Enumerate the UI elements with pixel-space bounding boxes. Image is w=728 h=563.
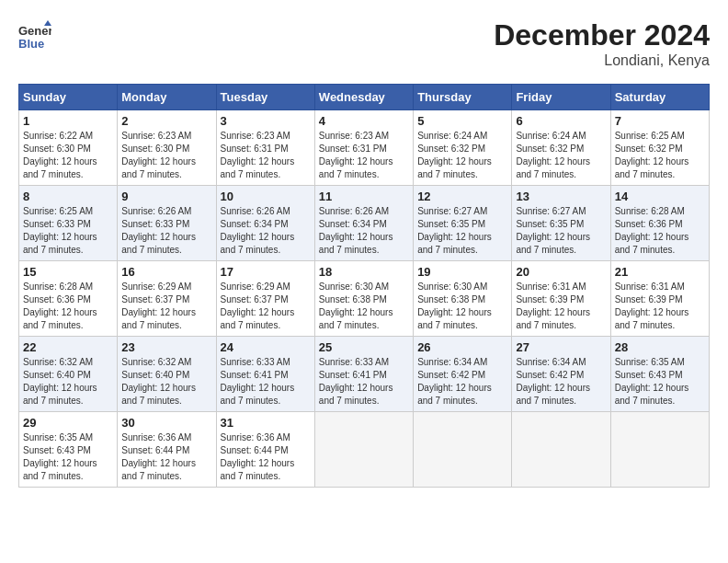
day-number: 16 — [121, 265, 211, 279]
month-year-title: December 2024 — [494, 18, 710, 52]
day-number: 30 — [121, 416, 211, 430]
location-subtitle: Londiani, Kenya — [494, 52, 710, 69]
calendar-cell: 31Sunrise: 6:36 AMSunset: 6:44 PMDayligh… — [216, 412, 314, 488]
day-number: 28 — [615, 340, 705, 354]
day-info: Sunrise: 6:33 AMSunset: 6:41 PMDaylight:… — [319, 356, 409, 408]
header-tuesday: Tuesday — [216, 85, 314, 110]
calendar-table: SundayMondayTuesdayWednesdayThursdayFrid… — [18, 84, 710, 488]
day-number: 15 — [23, 265, 113, 279]
calendar-cell — [314, 412, 413, 488]
day-info: Sunrise: 6:35 AMSunset: 6:43 PMDaylight:… — [615, 356, 705, 408]
day-info: Sunrise: 6:27 AMSunset: 6:35 PMDaylight:… — [516, 205, 606, 257]
calendar-cell: 13Sunrise: 6:27 AMSunset: 6:35 PMDayligh… — [512, 186, 610, 261]
calendar-week-3: 15Sunrise: 6:28 AMSunset: 6:36 PMDayligh… — [19, 261, 710, 337]
day-number: 19 — [417, 265, 507, 279]
logo-icon: General Blue — [18, 18, 51, 52]
calendar-cell: 27Sunrise: 6:34 AMSunset: 6:42 PMDayligh… — [512, 337, 610, 412]
day-info: Sunrise: 6:25 AMSunset: 6:33 PMDaylight:… — [23, 205, 113, 257]
day-info: Sunrise: 6:23 AMSunset: 6:31 PMDaylight:… — [221, 130, 311, 181]
day-info: Sunrise: 6:34 AMSunset: 6:42 PMDaylight:… — [516, 356, 606, 408]
day-number: 9 — [121, 190, 211, 203]
day-number: 4 — [319, 114, 409, 128]
day-number: 27 — [516, 340, 606, 354]
calendar-cell: 30Sunrise: 6:36 AMSunset: 6:44 PMDayligh… — [118, 412, 216, 488]
day-number: 26 — [417, 340, 507, 354]
calendar-cell: 5Sunrise: 6:24 AMSunset: 6:32 PMDaylight… — [414, 110, 512, 186]
calendar-cell: 1Sunrise: 6:22 AMSunset: 6:30 PMDaylight… — [19, 110, 118, 186]
title-block: December 2024 Londiani, Kenya — [494, 18, 710, 69]
day-info: Sunrise: 6:36 AMSunset: 6:44 PMDaylight:… — [221, 431, 311, 483]
calendar-cell: 26Sunrise: 6:34 AMSunset: 6:42 PMDayligh… — [414, 337, 512, 412]
day-number: 29 — [23, 416, 113, 430]
day-number: 22 — [23, 340, 113, 354]
day-number: 14 — [615, 190, 705, 203]
day-number: 11 — [319, 190, 409, 203]
day-number: 17 — [221, 265, 311, 279]
day-info: Sunrise: 6:32 AMSunset: 6:40 PMDaylight:… — [23, 356, 113, 408]
header-friday: Friday — [512, 85, 610, 110]
day-info: Sunrise: 6:29 AMSunset: 6:37 PMDaylight:… — [121, 281, 211, 332]
calendar-cell: 24Sunrise: 6:33 AMSunset: 6:41 PMDayligh… — [216, 337, 314, 412]
header-thursday: Thursday — [414, 85, 512, 110]
calendar-cell: 14Sunrise: 6:28 AMSunset: 6:36 PMDayligh… — [610, 186, 709, 261]
calendar-week-4: 22Sunrise: 6:32 AMSunset: 6:40 PMDayligh… — [19, 337, 710, 412]
header-saturday: Saturday — [610, 85, 709, 110]
calendar-cell: 29Sunrise: 6:35 AMSunset: 6:43 PMDayligh… — [19, 412, 118, 488]
calendar-cell: 23Sunrise: 6:32 AMSunset: 6:40 PMDayligh… — [118, 337, 216, 412]
day-info: Sunrise: 6:26 AMSunset: 6:34 PMDaylight:… — [221, 205, 311, 257]
calendar-week-1: 1Sunrise: 6:22 AMSunset: 6:30 PMDaylight… — [19, 110, 710, 186]
calendar-cell: 11Sunrise: 6:26 AMSunset: 6:34 PMDayligh… — [314, 186, 413, 261]
calendar-cell: 18Sunrise: 6:30 AMSunset: 6:38 PMDayligh… — [314, 261, 413, 337]
calendar-cell: 2Sunrise: 6:23 AMSunset: 6:30 PMDaylight… — [118, 110, 216, 186]
day-info: Sunrise: 6:32 AMSunset: 6:40 PMDaylight:… — [121, 356, 211, 408]
day-info: Sunrise: 6:29 AMSunset: 6:37 PMDaylight:… — [221, 281, 311, 332]
header-wednesday: Wednesday — [314, 85, 413, 110]
day-info: Sunrise: 6:26 AMSunset: 6:34 PMDaylight:… — [319, 205, 409, 257]
svg-text:Blue: Blue — [18, 37, 44, 51]
day-info: Sunrise: 6:22 AMSunset: 6:30 PMDaylight:… — [23, 130, 113, 181]
day-info: Sunrise: 6:36 AMSunset: 6:44 PMDaylight:… — [121, 431, 211, 483]
day-number: 12 — [417, 190, 507, 203]
day-number: 20 — [516, 265, 606, 279]
svg-text:General: General — [18, 24, 51, 38]
day-info: Sunrise: 6:23 AMSunset: 6:31 PMDaylight:… — [319, 130, 409, 181]
day-info: Sunrise: 6:34 AMSunset: 6:42 PMDaylight:… — [417, 356, 507, 408]
day-info: Sunrise: 6:30 AMSunset: 6:38 PMDaylight:… — [319, 281, 409, 332]
day-info: Sunrise: 6:35 AMSunset: 6:43 PMDaylight:… — [23, 431, 113, 483]
calendar-cell: 9Sunrise: 6:26 AMSunset: 6:33 PMDaylight… — [118, 186, 216, 261]
calendar-cell: 7Sunrise: 6:25 AMSunset: 6:32 PMDaylight… — [610, 110, 709, 186]
calendar-week-2: 8Sunrise: 6:25 AMSunset: 6:33 PMDaylight… — [19, 186, 710, 261]
logo: General Blue — [18, 18, 51, 52]
day-number: 13 — [516, 190, 606, 203]
day-number: 8 — [23, 190, 113, 203]
day-number: 24 — [221, 340, 311, 354]
day-info: Sunrise: 6:28 AMSunset: 6:36 PMDaylight:… — [23, 281, 113, 332]
calendar-cell: 20Sunrise: 6:31 AMSunset: 6:39 PMDayligh… — [512, 261, 610, 337]
calendar-cell: 3Sunrise: 6:23 AMSunset: 6:31 PMDaylight… — [216, 110, 314, 186]
calendar-header-row: SundayMondayTuesdayWednesdayThursdayFrid… — [19, 85, 710, 110]
day-info: Sunrise: 6:28 AMSunset: 6:36 PMDaylight:… — [615, 205, 705, 257]
calendar-week-5: 29Sunrise: 6:35 AMSunset: 6:43 PMDayligh… — [19, 412, 710, 488]
calendar-cell: 16Sunrise: 6:29 AMSunset: 6:37 PMDayligh… — [118, 261, 216, 337]
day-number: 31 — [221, 416, 311, 430]
calendar-cell: 10Sunrise: 6:26 AMSunset: 6:34 PMDayligh… — [216, 186, 314, 261]
calendar-cell: 28Sunrise: 6:35 AMSunset: 6:43 PMDayligh… — [610, 337, 709, 412]
calendar-cell: 15Sunrise: 6:28 AMSunset: 6:36 PMDayligh… — [19, 261, 118, 337]
calendar-cell — [512, 412, 610, 488]
day-info: Sunrise: 6:33 AMSunset: 6:41 PMDaylight:… — [221, 356, 311, 408]
day-number: 21 — [615, 265, 705, 279]
calendar-cell: 6Sunrise: 6:24 AMSunset: 6:32 PMDaylight… — [512, 110, 610, 186]
calendar-cell — [414, 412, 512, 488]
day-number: 3 — [221, 114, 311, 128]
calendar-cell: 25Sunrise: 6:33 AMSunset: 6:41 PMDayligh… — [314, 337, 413, 412]
day-number: 1 — [23, 114, 113, 128]
day-number: 18 — [319, 265, 409, 279]
calendar-cell: 12Sunrise: 6:27 AMSunset: 6:35 PMDayligh… — [414, 186, 512, 261]
day-info: Sunrise: 6:30 AMSunset: 6:38 PMDaylight:… — [417, 281, 507, 332]
day-number: 2 — [121, 114, 211, 128]
day-info: Sunrise: 6:25 AMSunset: 6:32 PMDaylight:… — [615, 130, 705, 181]
day-number: 10 — [221, 190, 311, 203]
header-sunday: Sunday — [19, 85, 118, 110]
day-number: 7 — [615, 114, 705, 128]
page-header: General Blue December 2024 Londiani, Ken… — [18, 18, 710, 69]
